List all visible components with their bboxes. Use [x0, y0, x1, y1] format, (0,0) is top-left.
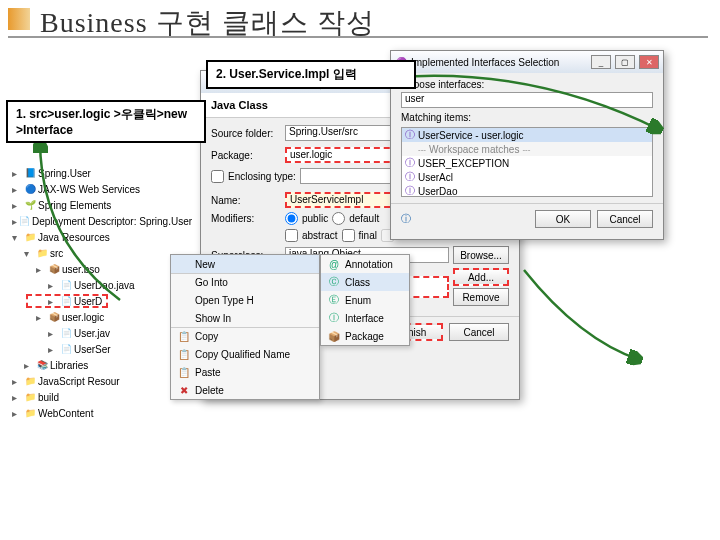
add-interface-button[interactable]: Add... [453, 268, 509, 286]
tree-item[interactable]: ▸📄UserDao.java [8, 277, 178, 293]
expander-icon[interactable]: ▸ [48, 280, 58, 291]
menu-item-label: Class [345, 277, 370, 288]
context-menu-item[interactable]: 📋Copy [171, 327, 319, 345]
tree-item-icon: 📄 [60, 279, 72, 291]
remove-interface-button[interactable]: Remove [453, 288, 509, 306]
project-explorer[interactable]: ▸ 📘 Spring.User ▸🔵JAX-WS Web Services▸🌱S… [8, 165, 178, 421]
expander-icon[interactable]: ▸ [12, 216, 17, 227]
tree-item-icon: 📚 [36, 359, 48, 371]
modifier-default-radio[interactable] [332, 212, 345, 225]
close-button[interactable]: ✕ [639, 55, 659, 69]
menu-item-label: New [195, 259, 215, 270]
interface-icon: Ⓘ [405, 156, 415, 170]
context-menu-item[interactable]: 📋Copy Qualified Name [171, 345, 319, 363]
context-menu-item[interactable]: ✖Delete [171, 381, 319, 399]
choose-interfaces-label: Choose interfaces: [401, 79, 653, 90]
expander-icon[interactable]: ▸ [12, 200, 22, 211]
mod-default-label: default [349, 213, 379, 224]
menu-item-label: Show In [195, 313, 231, 324]
match-item[interactable]: ⒾUserAcl [402, 170, 652, 184]
tree-item[interactable]: ▸🌱Spring Elements [8, 197, 178, 213]
expander-icon[interactable]: ▸ [24, 360, 34, 371]
tree-item[interactable]: ▸🔵JAX-WS Web Services [8, 181, 178, 197]
context-menu-item[interactable]: Show In [171, 309, 319, 327]
tree-item[interactable]: ▸📄UserSer [8, 341, 178, 357]
expander-icon[interactable]: ▸ [48, 296, 58, 307]
name-label: Name: [211, 195, 281, 206]
menu-item-label: Copy Qualified Name [195, 349, 290, 360]
context-menu-item[interactable]: Open Type H [171, 291, 319, 309]
modifier-public-radio[interactable] [285, 212, 298, 225]
menu-item-icon [177, 276, 191, 290]
expander-icon[interactable]: ▸ [12, 392, 22, 403]
maximize-button[interactable]: ▢ [615, 55, 635, 69]
context-menu-item[interactable]: 📋Paste [171, 363, 319, 381]
tree-item[interactable]: ▸📄Deployment Descriptor: Spring.User [8, 213, 178, 229]
tree-item-label: JAX-WS Web Services [38, 184, 140, 195]
context-menu-item[interactable]: Go Into [171, 273, 319, 291]
expander-icon[interactable]: ▸ [12, 184, 22, 195]
tree-item-icon: 📄 [60, 343, 72, 355]
expander-icon[interactable]: ▸ [48, 344, 58, 355]
match-header: --- Workspace matches --- [402, 142, 652, 156]
tree-item[interactable]: ▸📄User.jav [8, 325, 178, 341]
browse-superclass-button[interactable]: Browse... [453, 246, 509, 264]
context-submenu-item[interactable]: ⒺEnum [321, 291, 409, 309]
context-submenu-item[interactable]: ⒾInterface [321, 309, 409, 327]
expander-icon[interactable]: ▾ [12, 232, 22, 243]
tree-item[interactable]: ▾📁Java Resources [8, 229, 178, 245]
modifier-abstract-check[interactable] [285, 229, 298, 242]
menu-item-label: Interface [345, 313, 384, 324]
expander-icon[interactable]: ▸ [48, 328, 58, 339]
help-icon[interactable]: ⓘ [401, 212, 411, 226]
context-submenu-new[interactable]: @AnnotationⒸClassⒺEnumⒾInterface📦Package [320, 254, 410, 346]
menu-item-label: Go Into [195, 277, 228, 288]
tree-item[interactable]: ▸📦user.logic [8, 309, 178, 325]
enclosing-checkbox[interactable] [211, 170, 224, 183]
expander-icon[interactable]: ▸ [12, 408, 22, 419]
expander-icon[interactable]: ▾ [24, 248, 34, 259]
modifiers-label: Modifiers: [211, 213, 281, 224]
source-folder-label: Source folder: [211, 128, 281, 139]
matching-items-label: Matching items: [401, 112, 653, 123]
tree-item[interactable]: ▸📁WebContent [8, 405, 178, 421]
tree-item-icon: 📄 [19, 215, 30, 227]
title-accent [8, 8, 30, 30]
iface-dialog-titlebar[interactable]: 🟣 Implemented Interfaces Selection _ ▢ ✕ [391, 51, 663, 73]
minimize-button[interactable]: _ [591, 55, 611, 69]
ok-button[interactable]: OK [535, 210, 591, 228]
interface-search-input[interactable]: user [401, 92, 653, 108]
tree-item-label: User.jav [74, 328, 110, 339]
tree-item-label: UserD [74, 296, 102, 307]
project-root-label: Spring.User [38, 168, 91, 179]
context-submenu-item[interactable]: ⒸClass [321, 273, 409, 291]
context-menu[interactable]: NewGo IntoOpen Type HShow In📋Copy📋Copy Q… [170, 254, 320, 400]
tree-item[interactable]: ▾📁src [8, 245, 178, 261]
tree-item-icon: 📁 [24, 375, 36, 387]
tree-item[interactable]: ▸📚Libraries [8, 357, 178, 373]
context-submenu-item[interactable]: @Annotation [321, 255, 409, 273]
matching-items-list[interactable]: ⒾUserService - user.logic--- Workspace m… [401, 127, 653, 197]
tree-item-label: WebContent [38, 408, 93, 419]
menu-item-icon [177, 257, 191, 271]
tree-item[interactable]: ▸📁build [8, 389, 178, 405]
expander-icon[interactable]: ▸ [36, 312, 46, 323]
tree-item-icon: 📄 [60, 295, 72, 307]
match-item[interactable]: ⒾUSER_EXCEPTION [402, 156, 652, 170]
expander-icon[interactable]: ▸ [36, 264, 46, 275]
expander-icon[interactable]: ▸ [12, 376, 22, 387]
context-menu-item[interactable]: New [171, 255, 319, 273]
modifier-final-check[interactable] [342, 229, 355, 242]
menu-item-icon: 📋 [177, 365, 191, 379]
cancel-button[interactable]: Cancel [449, 323, 509, 341]
expander-icon[interactable]: ▸ [12, 168, 22, 179]
context-submenu-item[interactable]: 📦Package [321, 327, 409, 345]
tree-item[interactable]: ▸📄UserD [8, 293, 178, 309]
tree-item[interactable]: ▸📦user.bso [8, 261, 178, 277]
tree-item[interactable]: ▸📁JavaScript Resour [8, 373, 178, 389]
project-root[interactable]: ▸ 📘 Spring.User [8, 165, 178, 181]
match-item[interactable]: ⒾUserDao [402, 184, 652, 197]
match-item[interactable]: ⒾUserService - user.logic [402, 128, 652, 142]
tree-item-label: Libraries [50, 360, 88, 371]
iface-cancel-button[interactable]: Cancel [597, 210, 653, 228]
